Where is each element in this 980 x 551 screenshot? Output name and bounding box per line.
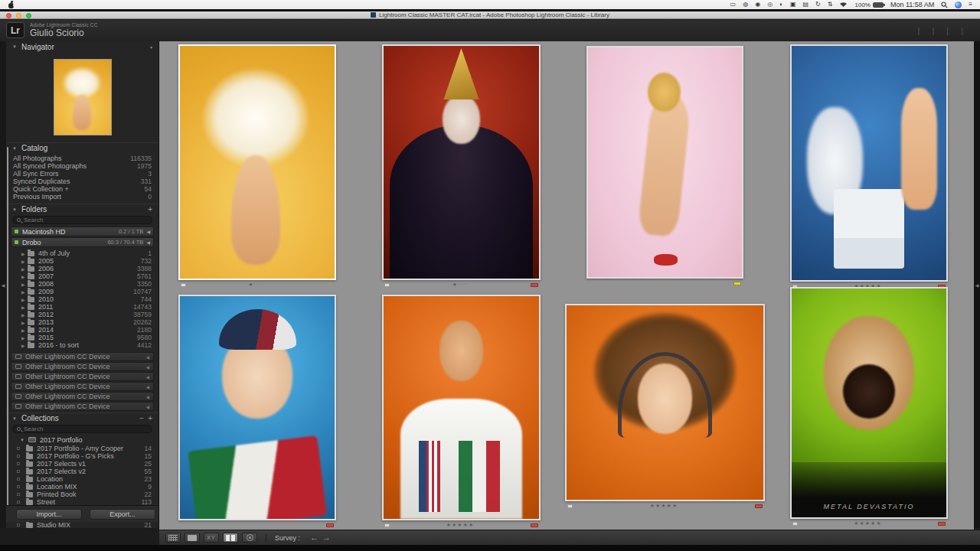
catalog-item[interactable]: Previous Import 0 (6, 193, 158, 201)
folder-row[interactable]: ▶ 2012 38759 (6, 311, 158, 318)
folder-row[interactable]: ▶ 4th of July 1 (6, 249, 158, 257)
photos-icon[interactable]: ▣ (790, 2, 796, 8)
photo-frame[interactable] (565, 304, 765, 501)
collection-row[interactable]: 2017 Selects v2 55 (6, 468, 158, 475)
pick-flag-icon[interactable] (567, 504, 573, 508)
sync-checkbox[interactable] (17, 447, 20, 450)
loupe-view-button[interactable] (185, 533, 200, 543)
catalog-header[interactable]: ▼ Catalog (6, 142, 158, 153)
panel-scrollbar[interactable] (7, 147, 8, 522)
navigator-header[interactable]: ▼ Navigator ▾ (6, 41, 158, 52)
disclosure-triangle-icon[interactable]: ▶ (21, 297, 28, 302)
disclosure-triangle-icon[interactable]: ▶ (21, 282, 28, 287)
collections-header[interactable]: ▼ Collections −+ (6, 412, 158, 423)
import-button[interactable]: Import... (16, 509, 82, 520)
grid-view-button[interactable] (165, 533, 181, 543)
survey-view-button[interactable] (223, 533, 238, 543)
notification-center-icon[interactable]: ≡ (969, 2, 972, 8)
camera-icon[interactable]: ◎ (767, 2, 773, 8)
module-tab[interactable] (940, 25, 955, 36)
folders-search-input[interactable] (24, 217, 148, 223)
catalog-item[interactable]: Synced Duplicates 331 (6, 178, 158, 185)
export-button[interactable]: Export... (90, 509, 155, 520)
photo[interactable]: ★★★★★ (565, 304, 765, 501)
catalog-item[interactable]: All Sync Errors 3 (6, 170, 158, 178)
pick-flag-icon[interactable] (384, 523, 390, 527)
photo-frame[interactable] (586, 46, 743, 279)
star-rating[interactable]: ★···· (390, 282, 531, 288)
collection-row[interactable]: Studio MIX 21 (6, 521, 158, 528)
star-rating[interactable]: ★★★★★ (573, 503, 755, 509)
catalog-item[interactable]: Quick Collection + 54 (6, 185, 158, 193)
collections-search-input[interactable] (24, 425, 148, 432)
folder-row[interactable]: ▶ 2008 3350 (6, 280, 158, 288)
people-view-button[interactable] (242, 533, 257, 543)
collection-row[interactable]: Location MIX 9 (6, 483, 158, 491)
device-row[interactable]: Other Lightroom CC Device ◀ (11, 372, 154, 381)
disclosure-triangle-icon[interactable]: ▶ (21, 274, 28, 279)
folders-header[interactable]: ▼ Folders + (6, 204, 158, 214)
disclosure-triangle-icon[interactable]: ▶ (21, 266, 28, 272)
remove-collection-button[interactable]: − (139, 414, 144, 422)
device-row[interactable]: Other Lightroom CC Device ◀ (11, 392, 154, 401)
folder-row[interactable]: ▶ 2016 - to sort 4412 (6, 341, 158, 349)
device-row[interactable]: Other Lightroom CC Device ◀ (11, 362, 154, 371)
identity-plate[interactable]: Lr Adobe Lightroom Classic CC Giulio Sci… (6, 22, 98, 38)
color-label[interactable] (326, 523, 334, 527)
sync-checkbox[interactable] (17, 500, 20, 504)
sync-checkbox[interactable] (17, 485, 20, 488)
photo-frame[interactable] (790, 44, 948, 282)
volume-row[interactable]: Drobo 60.3 / 70.4 TB ◀ (11, 237, 154, 247)
photo-frame[interactable] (178, 295, 336, 520)
timemachine-icon[interactable]: ↻ (815, 2, 821, 8)
minimize-window-button[interactable] (16, 13, 21, 18)
mic-icon[interactable]: ◍ (743, 2, 748, 8)
folder-row[interactable]: ▶ 2014 2180 (6, 326, 158, 334)
device-row[interactable]: Other Lightroom CC Device ◀ (11, 382, 154, 391)
pick-flag-icon[interactable] (792, 522, 798, 526)
disclosure-triangle-icon[interactable]: ▼ (20, 438, 24, 442)
collection-row[interactable]: 2017 Selects v1 25 (6, 460, 158, 468)
folder-row[interactable]: ▶ 2009 10747 (6, 288, 158, 295)
folders-search[interactable] (12, 216, 152, 224)
folder-row[interactable]: ▶ 2013 20262 (6, 318, 158, 326)
star-rating[interactable]: ★···· (186, 282, 326, 288)
device-row[interactable]: Other Lightroom CC Device ◀ (11, 402, 154, 411)
zoom-dropdown-icon[interactable]: ▾ (150, 44, 152, 50)
photo-frame[interactable] (382, 44, 541, 280)
display-mirroring-icon[interactable]: ▭ (730, 2, 737, 8)
record-icon[interactable]: ◉ (755, 2, 760, 8)
apple-menu-icon[interactable] (8, 2, 15, 8)
device-row[interactable]: Other Lightroom CC Device ◀ (11, 352, 154, 361)
collection-row[interactable]: 2017 Portfolio - Amy Cooper 14 (6, 445, 158, 452)
sync-checkbox[interactable] (17, 493, 20, 496)
left-panel-collapse-rail[interactable]: ◀ (0, 41, 6, 528)
filmstrip-collapsed-bar[interactable]: ▴ (0, 545, 980, 551)
disclosure-triangle-icon[interactable]: ▶ (21, 320, 28, 325)
photo-frame[interactable]: METAL DEVASTATIO (790, 287, 948, 519)
siri-icon[interactable] (955, 2, 962, 8)
catalog-item[interactable]: All Photographs 116335 (6, 155, 158, 162)
collection-row[interactable]: Location 23 (6, 475, 158, 483)
disclosure-triangle-icon[interactable]: ▶ (21, 328, 28, 333)
module-tab[interactable] (912, 25, 926, 36)
previous-photo-button[interactable]: ← (310, 533, 318, 542)
collections-search[interactable] (12, 425, 152, 433)
folder-row[interactable]: ▶ 2011 14743 (6, 303, 158, 311)
add-folder-button[interactable]: + (148, 205, 152, 214)
photo[interactable]: ★···· (382, 44, 541, 280)
right-panel-collapse-rail[interactable]: ◀ (974, 41, 980, 528)
sync-checkbox[interactable] (17, 523, 20, 527)
photo[interactable]: ★★★★★ (790, 44, 948, 282)
folder-row[interactable]: ▶ 2010 744 (6, 295, 158, 303)
module-tab[interactable] (926, 25, 940, 36)
folder-row[interactable]: ▶ 2006 3388 (6, 265, 158, 272)
disclosure-triangle-icon[interactable]: ▶ (21, 312, 28, 318)
photo[interactable]: ★···· (178, 44, 336, 280)
folder-row[interactable]: ▶ 2015 9580 (6, 334, 158, 341)
disclosure-triangle-icon[interactable]: ▶ (21, 259, 28, 264)
wifi-icon[interactable] (839, 2, 848, 8)
display-icon[interactable]: ▤ (803, 2, 809, 8)
sync-checkbox[interactable] (17, 462, 20, 465)
sync-checkbox[interactable] (17, 470, 20, 473)
